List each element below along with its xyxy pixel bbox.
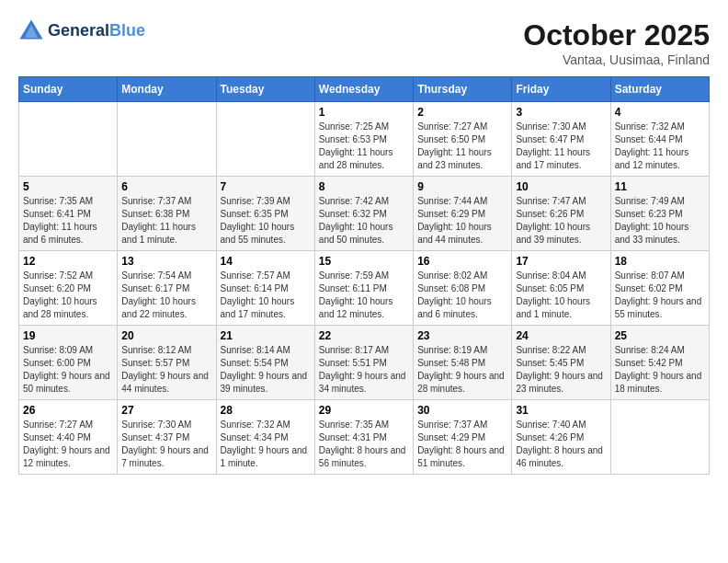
- day-info: Sunrise: 7:30 AM Sunset: 4:37 PM Dayligh…: [121, 419, 211, 470]
- day-number: 24: [516, 329, 606, 342]
- weekday-header: Tuesday: [216, 77, 314, 102]
- day-info: Sunrise: 7:27 AM Sunset: 4:40 PM Dayligh…: [23, 419, 113, 470]
- day-number: 28: [221, 404, 311, 417]
- calendar-cell: 13Sunrise: 7:54 AM Sunset: 6:17 PM Dayli…: [118, 251, 216, 326]
- day-info: Sunrise: 7:35 AM Sunset: 6:41 PM Dayligh…: [23, 195, 113, 247]
- day-info: Sunrise: 7:54 AM Sunset: 6:17 PM Dayligh…: [121, 270, 211, 321]
- calendar-cell: 5Sunrise: 7:35 AM Sunset: 6:41 PM Daylig…: [19, 177, 118, 251]
- month-title: October 2025: [523, 18, 710, 52]
- logo: GeneralBlue: [18, 18, 145, 44]
- weekday-header: Friday: [512, 77, 610, 102]
- day-info: Sunrise: 8:22 AM Sunset: 5:45 PM Dayligh…: [516, 344, 606, 396]
- day-number: 16: [417, 255, 507, 268]
- day-number: 21: [221, 329, 311, 342]
- calendar-cell: 30Sunrise: 7:37 AM Sunset: 4:29 PM Dayli…: [414, 400, 512, 475]
- day-info: Sunrise: 7:35 AM Sunset: 4:31 PM Dayligh…: [319, 419, 409, 470]
- day-info: Sunrise: 7:49 AM Sunset: 6:23 PM Dayligh…: [615, 195, 705, 247]
- day-number: 4: [615, 106, 705, 119]
- logo-icon: [18, 18, 44, 44]
- calendar-cell: 14Sunrise: 7:57 AM Sunset: 6:14 PM Dayli…: [216, 251, 314, 326]
- day-number: 31: [516, 404, 606, 417]
- day-info: Sunrise: 8:17 AM Sunset: 5:51 PM Dayligh…: [319, 344, 409, 396]
- weekday-row: SundayMondayTuesdayWednesdayThursdayFrid…: [19, 77, 710, 102]
- day-info: Sunrise: 7:32 AM Sunset: 6:44 PM Dayligh…: [615, 121, 705, 172]
- calendar-cell: 12Sunrise: 7:52 AM Sunset: 6:20 PM Dayli…: [19, 251, 118, 326]
- day-number: 14: [221, 255, 311, 268]
- day-info: Sunrise: 7:42 AM Sunset: 6:32 PM Dayligh…: [319, 195, 409, 247]
- day-number: 2: [417, 106, 507, 119]
- day-info: Sunrise: 7:30 AM Sunset: 6:47 PM Dayligh…: [516, 121, 606, 172]
- calendar-cell: 19Sunrise: 8:09 AM Sunset: 6:00 PM Dayli…: [19, 326, 118, 400]
- day-number: 19: [23, 329, 113, 342]
- day-number: 30: [417, 404, 507, 417]
- calendar-cell: 6Sunrise: 7:37 AM Sunset: 6:38 PM Daylig…: [118, 177, 216, 251]
- day-info: Sunrise: 8:07 AM Sunset: 6:02 PM Dayligh…: [615, 270, 705, 321]
- day-info: Sunrise: 7:27 AM Sunset: 6:50 PM Dayligh…: [417, 121, 507, 172]
- day-number: 23: [417, 329, 507, 342]
- calendar-week-row: 19Sunrise: 8:09 AM Sunset: 6:00 PM Dayli…: [19, 326, 710, 400]
- day-number: 13: [121, 255, 211, 268]
- day-info: Sunrise: 8:02 AM Sunset: 6:08 PM Dayligh…: [417, 270, 507, 321]
- calendar-cell: 23Sunrise: 8:19 AM Sunset: 5:48 PM Dayli…: [414, 326, 512, 400]
- day-info: Sunrise: 8:09 AM Sunset: 6:00 PM Dayligh…: [23, 344, 113, 396]
- calendar-cell: [19, 102, 118, 177]
- calendar-body: 1Sunrise: 7:25 AM Sunset: 6:53 PM Daylig…: [19, 102, 710, 475]
- location-subtitle: Vantaa, Uusimaa, Finland: [523, 52, 710, 67]
- day-number: 3: [516, 106, 606, 119]
- day-info: Sunrise: 7:25 AM Sunset: 6:53 PM Dayligh…: [319, 121, 409, 172]
- day-info: Sunrise: 7:57 AM Sunset: 6:14 PM Dayligh…: [221, 270, 311, 321]
- calendar-cell: 10Sunrise: 7:47 AM Sunset: 6:26 PM Dayli…: [512, 177, 610, 251]
- day-number: 26: [23, 404, 113, 417]
- day-number: 17: [516, 255, 606, 268]
- calendar-cell: 24Sunrise: 8:22 AM Sunset: 5:45 PM Dayli…: [512, 326, 610, 400]
- page-header: GeneralBlue October 2025 Vantaa, Uusimaa…: [18, 18, 710, 67]
- day-number: 10: [516, 180, 606, 193]
- day-info: Sunrise: 8:19 AM Sunset: 5:48 PM Dayligh…: [417, 344, 507, 396]
- day-number: 29: [319, 404, 409, 417]
- calendar-cell: 4Sunrise: 7:32 AM Sunset: 6:44 PM Daylig…: [610, 102, 709, 177]
- calendar-cell: 27Sunrise: 7:30 AM Sunset: 4:37 PM Dayli…: [118, 400, 216, 475]
- day-number: 27: [121, 404, 211, 417]
- day-info: Sunrise: 7:37 AM Sunset: 6:38 PM Dayligh…: [121, 195, 211, 247]
- day-info: Sunrise: 7:44 AM Sunset: 6:29 PM Dayligh…: [417, 195, 507, 247]
- day-info: Sunrise: 7:39 AM Sunset: 6:35 PM Dayligh…: [221, 195, 311, 247]
- day-info: Sunrise: 7:59 AM Sunset: 6:11 PM Dayligh…: [319, 270, 409, 321]
- weekday-header: Monday: [118, 77, 216, 102]
- calendar-cell: 21Sunrise: 8:14 AM Sunset: 5:54 PM Dayli…: [216, 326, 314, 400]
- day-info: Sunrise: 8:24 AM Sunset: 5:42 PM Dayligh…: [615, 344, 705, 396]
- weekday-header: Wednesday: [314, 77, 413, 102]
- calendar-table: SundayMondayTuesdayWednesdayThursdayFrid…: [18, 76, 710, 475]
- calendar-cell: 31Sunrise: 7:40 AM Sunset: 4:26 PM Dayli…: [512, 400, 610, 475]
- day-number: 12: [23, 255, 113, 268]
- calendar-cell: 11Sunrise: 7:49 AM Sunset: 6:23 PM Dayli…: [610, 177, 709, 251]
- day-number: 25: [615, 329, 705, 342]
- calendar-cell: 25Sunrise: 8:24 AM Sunset: 5:42 PM Dayli…: [610, 326, 709, 400]
- calendar-cell: 18Sunrise: 8:07 AM Sunset: 6:02 PM Dayli…: [610, 251, 709, 326]
- day-number: 9: [417, 180, 507, 193]
- day-info: Sunrise: 7:52 AM Sunset: 6:20 PM Dayligh…: [23, 270, 113, 321]
- calendar-cell: 16Sunrise: 8:02 AM Sunset: 6:08 PM Dayli…: [414, 251, 512, 326]
- day-info: Sunrise: 8:14 AM Sunset: 5:54 PM Dayligh…: [221, 344, 311, 396]
- calendar-cell: 3Sunrise: 7:30 AM Sunset: 6:47 PM Daylig…: [512, 102, 610, 177]
- day-number: 7: [221, 180, 311, 193]
- calendar-cell: [216, 102, 314, 177]
- day-number: 15: [319, 255, 409, 268]
- calendar-header: SundayMondayTuesdayWednesdayThursdayFrid…: [19, 77, 710, 102]
- day-info: Sunrise: 7:37 AM Sunset: 4:29 PM Dayligh…: [417, 419, 507, 470]
- calendar-cell: 26Sunrise: 7:27 AM Sunset: 4:40 PM Dayli…: [19, 400, 118, 475]
- calendar-cell: 9Sunrise: 7:44 AM Sunset: 6:29 PM Daylig…: [414, 177, 512, 251]
- day-number: 18: [615, 255, 705, 268]
- calendar-cell: 7Sunrise: 7:39 AM Sunset: 6:35 PM Daylig…: [216, 177, 314, 251]
- day-info: Sunrise: 7:32 AM Sunset: 4:34 PM Dayligh…: [221, 419, 311, 470]
- day-number: 5: [23, 180, 113, 193]
- logo-text: GeneralBlue: [48, 22, 145, 40]
- day-number: 6: [121, 180, 211, 193]
- day-info: Sunrise: 7:47 AM Sunset: 6:26 PM Dayligh…: [516, 195, 606, 247]
- calendar-cell: [610, 400, 709, 475]
- calendar-week-row: 5Sunrise: 7:35 AM Sunset: 6:41 PM Daylig…: [19, 177, 710, 251]
- day-number: 8: [319, 180, 409, 193]
- calendar-cell: 15Sunrise: 7:59 AM Sunset: 6:11 PM Dayli…: [314, 251, 413, 326]
- calendar-cell: 1Sunrise: 7:25 AM Sunset: 6:53 PM Daylig…: [314, 102, 413, 177]
- day-number: 20: [121, 329, 211, 342]
- calendar-cell: 20Sunrise: 8:12 AM Sunset: 5:57 PM Dayli…: [118, 326, 216, 400]
